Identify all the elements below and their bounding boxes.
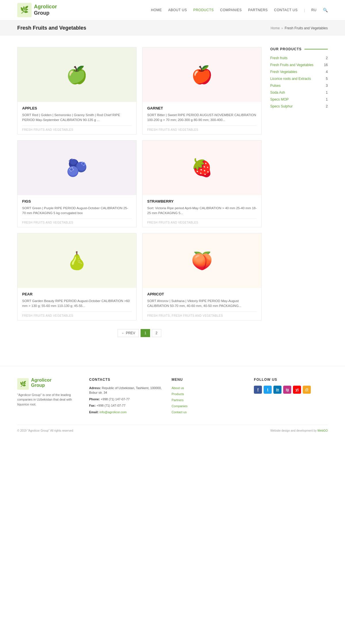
sidebar-item[interactable]: Pulses 3 — [270, 82, 328, 89]
product-card[interactable]: 🍓 STRAWBERRY Sort: Victoria Ripe period … — [142, 140, 262, 228]
footer-menu-item[interactable]: Products — [172, 392, 246, 396]
product-info: STRAWBERRY Sort: Victoria Ripe period Ap… — [143, 195, 261, 227]
logo[interactable]: 🌿 Agrolicor Group — [17, 3, 57, 17]
header: 🌿 Agrolicor Group HOME ABOUT US PRODUCTS… — [0, 0, 345, 20]
footer-menu-item[interactable]: About us — [172, 386, 246, 390]
sidebar-item-link[interactable]: Fresh fruits — [270, 56, 288, 60]
pagination-page-2[interactable]: 2 — [152, 329, 161, 337]
product-info: PEAR SORT Garden Beauty RIPE PERIOD Augu… — [18, 288, 136, 320]
footer-developer-link[interactable]: WebGO — [317, 429, 328, 432]
sidebar-item-link[interactable]: Soda Ash — [270, 91, 285, 95]
product-image: 🍐 — [18, 233, 136, 288]
sidebar-items-list: Fresh fruits 2 Fresh Fruits and Vegetabl… — [270, 55, 328, 110]
sidebar-item[interactable]: Fresh Vegetables 4 — [270, 68, 328, 75]
sidebar-item-link[interactable]: Specs Sulphur — [270, 104, 293, 108]
product-emoji: 🍑 — [143, 233, 261, 288]
footer-menu-link[interactable]: Companies — [172, 404, 188, 408]
product-card[interactable]: 🍐 PEAR SORT Garden Beauty RIPE PERIOD Au… — [17, 233, 137, 320]
nav-companies[interactable]: COMPANIES — [220, 8, 242, 12]
sidebar-item[interactable]: Specs Sulphur 2 — [270, 103, 328, 110]
social-facebook-icon[interactable]: f — [254, 386, 262, 394]
product-image: 🫐 — [18, 141, 136, 195]
pagination-page-1[interactable]: 1 — [141, 329, 150, 337]
footer-developer: Website design and development by WebGO — [270, 429, 328, 432]
footer-menu-item[interactable]: Contact us — [172, 410, 246, 414]
product-emoji: 🫐 — [18, 141, 136, 195]
breadcrumb-separator: » — [281, 26, 283, 30]
footer-follow-title: FOLLOW US — [254, 378, 328, 382]
product-card[interactable]: 🍏 APPLES SORT Red | Golden | Semoronko |… — [17, 47, 137, 134]
product-category: FRESH FRUITS AND VEGETABLES — [147, 218, 257, 224]
product-category: FRESH FRUITS, FRESH FRUITS AND VEGETABLE… — [147, 312, 257, 317]
sidebar-item-count: 1 — [326, 97, 328, 101]
sidebar-item-count: 4 — [326, 70, 328, 74]
product-desc: SORT Bitter | Sweet RIPE PERIOD AUGUST-N… — [147, 113, 257, 123]
product-emoji: 🍓 — [143, 141, 261, 195]
product-card[interactable]: 🍎 GARNET SORT Bitter | Sweet RIPE PERIOD… — [142, 47, 262, 134]
sidebar-item[interactable]: Soda Ash 1 — [270, 89, 328, 96]
footer-about-text: "Agrolicor Group" is one of the leading … — [17, 393, 80, 407]
pagination-prev[interactable]: ← PREV — [118, 329, 139, 337]
sidebar-item[interactable]: Fresh fruits 2 — [270, 55, 328, 61]
nav-partners[interactable]: PARTNERS — [248, 8, 268, 12]
footer-menu-title: MENU — [172, 378, 246, 382]
nav-divider: | — [304, 8, 305, 12]
sidebar-title: OUR PRODUCTS — [270, 47, 328, 51]
product-desc: SORT Ahrorov | Subhana | Viktoriy RIPE P… — [147, 299, 257, 309]
sidebar-item-count: 16 — [324, 63, 328, 67]
sidebar-item-link[interactable]: Specs MOP — [270, 97, 289, 101]
product-info: GARNET SORT Bitter | Sweet RIPE PERIOD A… — [143, 102, 261, 134]
sidebar-item-count: 3 — [326, 84, 328, 88]
sidebar-item-count: 2 — [326, 56, 328, 60]
product-emoji: 🍏 — [18, 47, 136, 102]
sidebar-item[interactable]: Fresh Fruits and Vegetables 16 — [270, 61, 328, 68]
footer-menu-list: About usProductsPartnersCompaniesContact… — [172, 386, 246, 414]
nav-contact[interactable]: CONTACT US — [274, 8, 298, 12]
sidebar: OUR PRODUCTS Fresh fruits 2 Fresh Fruits… — [270, 47, 328, 354]
product-image: 🍎 — [143, 47, 261, 102]
nav-products[interactable]: PRODUCTS — [193, 8, 214, 12]
footer-menu-link[interactable]: Partners — [172, 398, 184, 402]
product-info: FIGS SORT Green | Purple RIPE PERIOD Aug… — [18, 195, 136, 227]
svg-text:🌿: 🌿 — [20, 381, 26, 387]
social-linkedin-icon[interactable]: in — [273, 386, 281, 394]
products-grid: 🍏 APPLES SORT Red | Golden | Semoronko |… — [17, 47, 262, 320]
footer: 🌿 AgrolicorGroup "Agrolicor Group" is on… — [0, 366, 345, 438]
sidebar-item-link[interactable]: Fresh Vegetables — [270, 70, 297, 74]
footer-logo-icon: 🌿 — [17, 378, 29, 390]
product-category: FRESH FRUITS AND VEGETABLES — [22, 218, 132, 224]
product-card[interactable]: 🫐 FIGS SORT Green | Purple RIPE PERIOD A… — [17, 140, 137, 228]
sidebar-item[interactable]: Specs MOP 1 — [270, 96, 328, 103]
nav-home[interactable]: HOME — [151, 8, 162, 12]
sidebar-item-count: 1 — [326, 91, 328, 95]
footer-copyright: © 2019 "Agrolicor Group" All rights rese… — [17, 429, 73, 432]
footer-logo-text: AgrolicorGroup — [31, 378, 51, 388]
main-nav: HOME ABOUT US PRODUCTS COMPANIES PARTNER… — [151, 8, 328, 12]
sidebar-item-link[interactable]: Fresh Fruits and Vegetables — [270, 63, 313, 67]
social-instagram-icon[interactable]: ig — [283, 386, 291, 394]
sidebar-item-link[interactable]: Pulses — [270, 84, 281, 88]
product-image: 🍓 — [143, 141, 261, 195]
product-desc: SORT Green | Purple RIPE PERIOD August-O… — [22, 206, 132, 216]
nav-lang[interactable]: RU — [311, 8, 317, 12]
svg-text:🌿: 🌿 — [20, 5, 29, 14]
footer-menu-link[interactable]: About us — [172, 386, 184, 390]
footer-menu-item[interactable]: Companies — [172, 404, 246, 408]
nav-about[interactable]: ABOUT US — [168, 8, 187, 12]
breadcrumb-home[interactable]: Home — [271, 26, 280, 30]
sidebar-item-link[interactable]: Licorice roots and Extracts — [270, 77, 311, 81]
footer-menu: MENU About usProductsPartnersCompaniesCo… — [172, 378, 246, 416]
footer-email-link[interactable]: info@agrolicor.com — [99, 410, 126, 414]
footer-menu-item[interactable]: Partners — [172, 398, 246, 402]
search-icon[interactable]: 🔍 — [323, 8, 328, 12]
social-twitter-icon[interactable]: t — [264, 386, 272, 394]
social-youtube-icon[interactable]: yt — [293, 386, 301, 394]
footer-follow: FOLLOW US ftinigyt@ — [254, 378, 328, 416]
breadcrumb: Home » Fresh Fruits and Vegetables — [271, 26, 328, 30]
footer-menu-link[interactable]: Products — [172, 392, 184, 396]
social-email-social-icon[interactable]: @ — [303, 386, 311, 394]
product-card[interactable]: 🍑 APRICOT SORT Ahrorov | Subhana | Vikto… — [142, 233, 262, 320]
sidebar-item[interactable]: Licorice roots and Extracts 5 — [270, 75, 328, 82]
product-category: FRESH FRUITS AND VEGETABLES — [22, 126, 132, 131]
footer-menu-link[interactable]: Contact us — [172, 410, 187, 414]
